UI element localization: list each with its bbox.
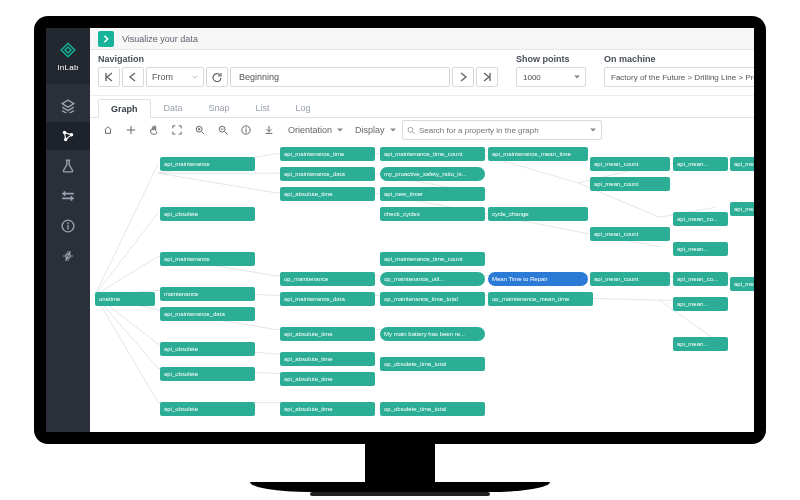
info-toggle-button[interactable] [236, 120, 256, 140]
graph-node[interactable]: api_maintenance_data [160, 307, 255, 321]
orientation-select[interactable]: Orientation [282, 120, 346, 140]
app-screen: InLab Visualize your data Navigation [46, 28, 754, 432]
graph-node[interactable]: api_maintenance_time [280, 147, 375, 161]
graph-node[interactable]: my_proactive_safety_ratio_is... [380, 167, 485, 181]
page-header: Visualize your data [90, 28, 754, 50]
onmachine-group: On machine Factory of the Future > Drill… [604, 54, 754, 95]
svg-line-22 [95, 295, 158, 368]
graph-node[interactable]: api_mean... [673, 337, 728, 351]
nav-first-button[interactable] [98, 67, 120, 87]
nav-from-select[interactable]: From [146, 67, 204, 87]
display-select[interactable]: Display [349, 120, 399, 140]
zoom-in-button[interactable] [190, 120, 210, 140]
graph-node[interactable]: api_obsolete [160, 207, 255, 221]
svg-rect-11 [246, 129, 247, 132]
fit-button[interactable] [167, 120, 187, 140]
nav-next-button[interactable] [452, 67, 474, 87]
page-title: Visualize your data [122, 34, 198, 44]
graph-node[interactable]: api_absolute_time [280, 187, 375, 201]
graph-node[interactable]: api_mean_co... [673, 272, 728, 286]
graph-node[interactable]: api_mea... [730, 202, 754, 216]
zoom-out-button[interactable] [213, 120, 233, 140]
search-icon [407, 126, 415, 135]
graph-search-input[interactable] [419, 126, 597, 135]
graph-search[interactable] [402, 120, 602, 140]
nav-beginning-field[interactable]: Beginning [230, 67, 450, 87]
graph-node[interactable]: api_new_timer [380, 187, 485, 201]
graph-node[interactable]: op_obsolete_time_total [380, 357, 485, 371]
tab-graph[interactable]: Graph [98, 99, 151, 118]
graph-node[interactable]: api_mean_count [590, 272, 670, 286]
graph-node[interactable]: cycle_change [488, 207, 588, 221]
navigation-label: Navigation [98, 54, 498, 64]
graph-node[interactable]: api_mean... [673, 157, 728, 171]
navigation-group: Navigation From Beginning [98, 54, 498, 95]
graph-node[interactable]: op_maintenance_mean_time [488, 292, 593, 306]
showpoints-select[interactable]: 1000 [516, 67, 586, 87]
graph-node[interactable]: api_obsolete [160, 367, 255, 381]
graph-node[interactable]: op_maintenance [280, 272, 375, 286]
tab-data[interactable]: Data [151, 98, 196, 117]
showpoints-label: Show points [516, 54, 586, 64]
graph-node[interactable]: api_mean_count [590, 157, 670, 171]
graph-node[interactable]: api_absolute_time [280, 402, 375, 416]
graph-node[interactable]: op_maintenance_util... [380, 272, 485, 286]
graph-node[interactable]: maintenance [160, 287, 255, 301]
graph-node[interactable]: My main battery has been re... [380, 327, 485, 341]
graph-node[interactable]: op_obsolete_time_total [380, 402, 485, 416]
graph-node[interactable]: api_absolute_time [280, 372, 375, 386]
graph-node[interactable]: check_cycles [380, 207, 485, 221]
hand-button[interactable] [144, 120, 164, 140]
tab-log[interactable]: Log [283, 98, 324, 117]
graph-node[interactable]: api_mean_count [590, 177, 670, 191]
svg-point-10 [245, 127, 246, 128]
home-button[interactable] [98, 120, 118, 140]
tab-list[interactable]: List [243, 98, 283, 117]
rail-info-icon[interactable] [46, 212, 90, 240]
graph-node[interactable]: api_mean_co... [673, 212, 728, 226]
graph-node[interactable]: api_mea... [730, 157, 754, 171]
graph-node[interactable]: api_obsolete [160, 402, 255, 416]
graph-node[interactable]: api_maintenance [160, 157, 255, 171]
rail-graph-icon[interactable] [46, 122, 90, 150]
brand-logo-icon [59, 41, 77, 61]
graph-node[interactable]: Mean Time to Repair [488, 272, 588, 286]
graph-node[interactable]: api_absolute_time [280, 327, 375, 341]
graph-node[interactable]: api_maintenance_data [280, 292, 375, 306]
monitor-stand-base [250, 482, 550, 492]
graph-canvas[interactable]: onetimeapi_maintenanceapi_obsoleteapi_ma… [90, 142, 754, 432]
nav-prev-button[interactable] [122, 67, 144, 87]
expand-rail-button[interactable] [98, 31, 114, 47]
monitor-bezel: InLab Visualize your data Navigation [34, 16, 766, 444]
nav-refresh-button[interactable] [206, 67, 228, 87]
svg-point-12 [408, 127, 413, 132]
rail-settings-icon[interactable] [46, 242, 90, 270]
rail-experiments-icon[interactable] [46, 152, 90, 180]
svg-rect-5 [67, 225, 68, 230]
graph-node[interactable]: api_mea... [730, 277, 754, 291]
graph-node[interactable]: api_absolute_time [280, 352, 375, 366]
monitor-frame: InLab Visualize your data Navigation [0, 0, 800, 500]
rail-layers-icon[interactable] [46, 92, 90, 120]
graph-node[interactable]: api_maintenance [160, 252, 255, 266]
graph-node[interactable]: api_mean... [673, 242, 728, 256]
graph-node[interactable]: api_maintenance_data [280, 167, 375, 181]
svg-line-16 [158, 173, 275, 193]
nav-last-button[interactable] [476, 67, 498, 87]
showpoints-group: Show points 1000 [516, 54, 586, 95]
graph-node[interactable]: op_maintenance_time_total [380, 292, 485, 306]
onmachine-select[interactable]: Factory of the Future > Drilling Line > … [604, 67, 754, 87]
download-button[interactable] [259, 120, 279, 140]
graph-node[interactable]: api_mean_count [590, 227, 670, 241]
rail-compare-icon[interactable] [46, 182, 90, 210]
graph-node[interactable]: api_mean... [673, 297, 728, 311]
graph-node[interactable]: api_maintenance_time_count [380, 147, 485, 161]
tab-snap[interactable]: Snap [196, 98, 243, 117]
graph-node[interactable]: api_obsolete [160, 342, 255, 356]
monitor-stand-foot [310, 492, 490, 496]
pan-button[interactable] [121, 120, 141, 140]
graph-node[interactable]: api_maintenance_mean_time [488, 147, 588, 161]
view-tabs: GraphDataSnapListLog [90, 96, 754, 118]
graph-node[interactable]: onetime [95, 292, 155, 306]
graph-node[interactable]: api_maintenance_time_count [380, 252, 485, 266]
